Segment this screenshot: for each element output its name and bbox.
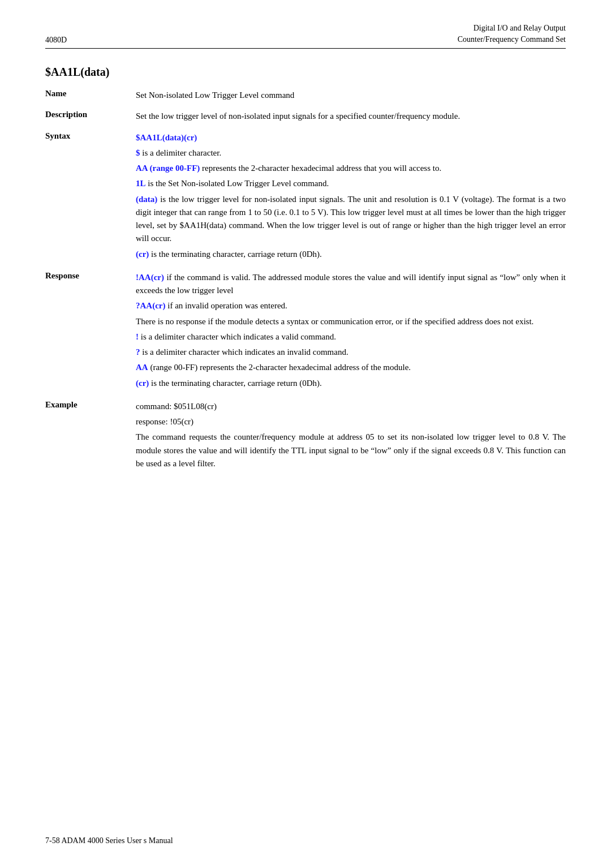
footer: 7-58 ADAM 4000 Series User s Manual — [45, 836, 173, 845]
response-exclaim: ! — [136, 332, 139, 341]
content-example: command: $051L08(cr) response: !05(cr) T… — [136, 400, 566, 480]
command-title: $AA1L(data) — [45, 66, 566, 79]
row-name: Name Set Non-isolated Low Trigger Level … — [45, 89, 566, 110]
label-example: Example — [45, 400, 136, 480]
syntax-command: $AA1L(data)(cr) — [136, 133, 197, 142]
content-syntax: $AA1L(data)(cr) $ is a delimiter charact… — [136, 131, 566, 271]
row-example: Example command: $051L08(cr) response: !… — [45, 400, 566, 480]
label-description: Description — [45, 110, 136, 131]
label-name: Name — [45, 89, 136, 110]
response-question: ? — [136, 347, 140, 356]
response-no-response: There is no response if the module detec… — [136, 315, 566, 328]
response-cr: (cr) — [136, 379, 149, 388]
syntax-cr: (cr) — [136, 250, 149, 259]
response-aa: AA — [136, 363, 148, 372]
example-description: The command requests the counter/frequen… — [136, 431, 566, 470]
response-invalid: ?AA(cr) — [136, 301, 165, 310]
page-header: 4080D Digital I/O and Relay Output Count… — [45, 23, 566, 49]
header-title: Digital I/O and Relay Output Counter/Fre… — [458, 23, 566, 45]
label-response: Response — [45, 271, 136, 400]
syntax-aa-range: AA (range 00-FF) — [136, 164, 200, 173]
example-command: command: $051L08(cr) — [136, 400, 566, 413]
content-name: Set Non-isolated Low Trigger Level comma… — [136, 89, 566, 110]
syntax-1l: 1L — [136, 179, 146, 188]
label-syntax: Syntax — [45, 131, 136, 271]
example-response: response: !05(cr) — [136, 415, 566, 428]
header-model: 4080D — [45, 36, 67, 45]
response-valid: !AA(cr) — [136, 273, 164, 282]
header-line2: Counter/Frequency Command Set — [458, 34, 566, 45]
row-description: Description Set the low trigger level of… — [45, 110, 566, 131]
row-response: Response !AA(cr) if the command is valid… — [45, 271, 566, 400]
page: 4080D Digital I/O and Relay Output Count… — [0, 0, 611, 868]
row-syntax: Syntax $AA1L(data)(cr) $ is a delimiter … — [45, 131, 566, 271]
content-table: Name Set Non-isolated Low Trigger Level … — [45, 89, 566, 480]
header-line1: Digital I/O and Relay Output — [458, 23, 566, 34]
content-response: !AA(cr) if the command is valid. The add… — [136, 271, 566, 400]
syntax-dollar-char: $ — [136, 148, 140, 157]
syntax-data: (data) — [136, 195, 157, 204]
content-description: Set the low trigger level of non-isolate… — [136, 110, 566, 131]
